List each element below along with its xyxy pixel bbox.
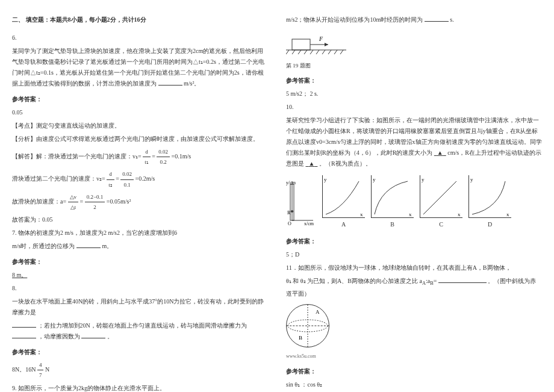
theta1: θ₁ [286, 278, 291, 284]
q6-num: 6. [12, 33, 268, 43]
svg-point-18 [291, 210, 293, 213]
sphere-diagram: A B [286, 304, 329, 347]
frac6: 0.2−0.12 [85, 192, 105, 212]
label-b: B [371, 219, 414, 230]
frac4-num: 0.02 [120, 169, 134, 179]
q7-text: 7. 物体的初速度为2 m/s，加速度为2 m/s2，当它的速度增加到6 [12, 228, 268, 238]
chart-c: yx C [420, 175, 462, 230]
label-c: C [420, 219, 462, 230]
q8-answer-label: 参考答案： [12, 347, 268, 358]
q10-blank1: ▲ [434, 149, 446, 156]
ans-label1: 参考答案： [286, 75, 542, 86]
frac6-num: 0.2−0.1 [85, 192, 105, 202]
right-column: m/s2；物体从开始运动到位移为10m时经历的时间为 s. F 第 19 题图 … [286, 12, 542, 392]
q10-text: 某研究性学习小组进行了下实验：如图所示，在一端封闭的光滑细玻璃管中注满清水，水中… [286, 115, 542, 169]
svg-line-8 [304, 50, 307, 54]
q6-sol3-text: 故滑块的加速度：a= [12, 198, 66, 205]
svg-line-5 [286, 50, 289, 54]
svg-line-13 [334, 50, 337, 54]
svg-text:x: x [458, 211, 461, 217]
q9-text1: 9. 如图所示，一个质量为2kg的物体静止在光滑水平面上。 [12, 383, 268, 393]
svg-text:y: y [373, 176, 376, 182]
q10-body3: 。（R视为质点）。 [319, 160, 372, 167]
q7-text2: m/s时，所通过的位移为 m。 [12, 241, 268, 252]
q8-ans1: 8N。16N [12, 366, 36, 373]
fig-label: 第 19 题图 [286, 61, 542, 70]
cont-prefix: m/s2；物体从开始运动到位移为10m时经历的时间为 [286, 16, 423, 23]
q8-ans2: N [45, 366, 49, 373]
frac3-den: t₂ [107, 180, 114, 190]
frac5-den: △t [68, 202, 79, 212]
frac4: 0.020.1 [120, 169, 134, 189]
svg-line-11 [322, 50, 325, 54]
force-diagram: F 第 19 题图 [286, 30, 542, 70]
q8-answer: 8N。16N 47 N [12, 360, 268, 380]
svg-text:F: F [319, 36, 323, 42]
tube-diagram: y/cm x/cm R O [286, 178, 316, 230]
theta2: θ₂ [300, 278, 306, 284]
svg-text:y: y [422, 176, 425, 182]
q7-blank [76, 247, 101, 248]
ks5u-link: www.ks5u.com [286, 352, 542, 361]
frac2-num: 0.02 [157, 147, 170, 157]
q10-b2: ▲ [309, 160, 315, 167]
svg-text:B: B [299, 335, 302, 341]
label-d: D [468, 219, 511, 230]
eq2: = [116, 175, 119, 182]
frac6-den: 2 [85, 202, 105, 212]
q6-sol2: 滑块通过第二个光电门的速度：v₂= dt₂ = 0.020.1 =0.2m/s [12, 169, 268, 189]
force-svg: F [286, 30, 346, 57]
cont-line: m/s2；物体从开始运动到位移为10m时经历的时间为 s. [286, 14, 542, 25]
svg-marker-2 [325, 43, 328, 46]
q6-answer: 0.05 [12, 107, 268, 118]
section-title: 二、 填空题：本题共8小题，每小题2分，共计16分 [12, 14, 268, 25]
q8-body1: 一块放在水平地面上重40N的砖，用斜向上与水平成37°的10N力拉它，砖没有动，… [12, 298, 264, 316]
q8-frac: 47 [37, 360, 44, 380]
q6-analysis: 【分析】由速度公式可求得遮光板通过两个光电门的瞬时速度，由加速度公式可求解加速度… [12, 134, 268, 145]
q11-ans-label: 参考答案： [286, 366, 542, 377]
q7-body2: m/s时，所通过的位移为 [12, 243, 75, 249]
chart-d: yx D [468, 175, 511, 230]
q10-blank2: ▲ [306, 160, 318, 167]
q8-frac-num: 4 [37, 360, 44, 370]
svg-text:y/cm: y/cm [286, 180, 296, 185]
chart-b: yx B [371, 175, 414, 230]
q6-sol2-text: 滑块通过第二个光电门的速度：v₂= [12, 175, 105, 182]
q6-sol1: 【解答】解：滑块通过第一个光电门的速度：v₁= dt₁ = 0.020.2 =0… [12, 147, 268, 167]
q10-answer: 5；D [286, 249, 542, 260]
svg-rect-0 [292, 39, 310, 50]
cont-suffix: s. [450, 16, 453, 23]
svg-line-12 [328, 50, 331, 54]
q6-sol1-text: 【解答】解：滑块通过第一个光电门的速度：v₁= [12, 153, 142, 160]
q6-answer-label: 参考答案： [12, 94, 268, 105]
q6-res2: =0.2m/s [135, 175, 155, 182]
left-column: 二、 填空题：本题共8小题，每小题2分，共计16分 6. 某同学为了测定气垫导轨… [12, 12, 268, 392]
svg-line-9 [310, 50, 313, 54]
svg-line-7 [298, 50, 301, 54]
svg-text:y: y [324, 176, 327, 182]
q11-answer: sin θ₁ ：cos θ₂ [286, 379, 542, 390]
svg-text:x/cm: x/cm [304, 221, 314, 226]
q6-body: 某同学为了测定气垫导轨上滑块的加速度，他在滑块上安装了宽度为2cm的遮光板，然后… [12, 48, 264, 87]
ratio: aA:aB= [420, 278, 437, 284]
q7-ans-text: 8 m。 [12, 272, 27, 278]
frac1-num: d [143, 147, 151, 157]
q8-text2: ；若拉力增加到20N，砖能在地面上作匀速直线运动，砖与地面间滑动摩擦力为 ，动摩… [12, 320, 268, 342]
q10-num: 10. [286, 102, 542, 113]
frac4-den: 0.1 [120, 180, 134, 190]
q11-text2: θ₁ 和 θ₂ 为已知，则A、B两物体的向心加速度之比 aA:aB= 。（图中斜… [286, 276, 542, 299]
q8-blank1 [12, 327, 36, 328]
q7-answer-label: 参考答案： [12, 257, 268, 267]
frac3: dt₂ [107, 169, 114, 189]
q11-blank [438, 282, 487, 283]
q8-body3: ，动摩擦因数为 [38, 333, 80, 340]
q6-point: 【考点】测定匀变速直线运动的加速度。 [12, 120, 268, 131]
q8-period: 。 [107, 333, 113, 340]
frac5: △v△t [68, 192, 79, 212]
frac1-den: t₁ [143, 157, 151, 167]
q7-unit: m。 [102, 243, 113, 249]
svg-line-10 [316, 50, 319, 54]
svg-text:R: R [287, 210, 291, 216]
q10-b1: ▲ [437, 149, 443, 156]
q11-text1: 11．如图所示，假设地球为一球体，地球绕地轴自转时，在其表面上有A，B两物体， [286, 263, 542, 273]
